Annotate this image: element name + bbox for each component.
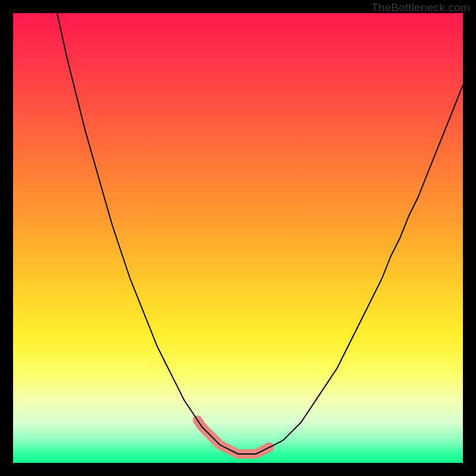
trough-marker xyxy=(198,420,270,454)
curve-line xyxy=(13,13,463,454)
watermark-text: TheBottleneck.com xyxy=(371,1,470,14)
chart-svg xyxy=(13,13,463,463)
plot-area xyxy=(13,13,463,463)
chart-frame: TheBottleneck.com xyxy=(0,0,476,476)
